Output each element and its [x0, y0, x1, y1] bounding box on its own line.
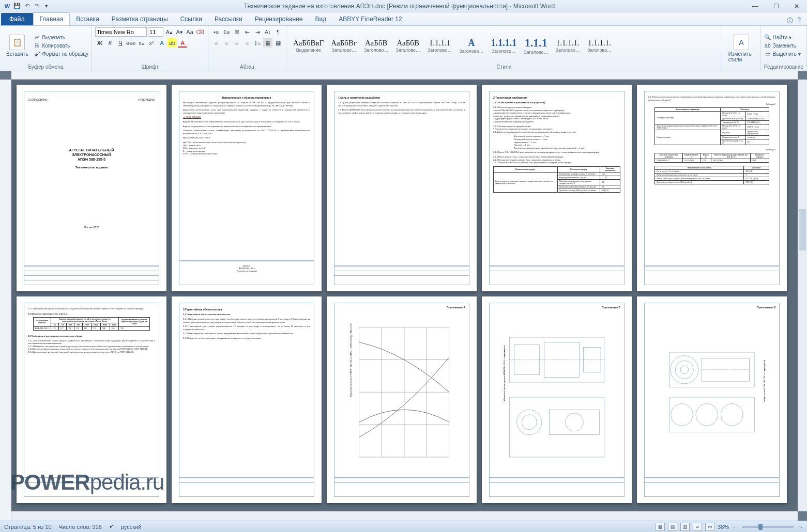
borders-icon[interactable]: ▦ [273, 38, 283, 48]
section-drawing: Разрез насоса ПЭН 580-195-5 с гидромуфто… [652, 322, 771, 472]
clear-format-icon[interactable]: ⌫ [195, 27, 205, 37]
bullets-icon[interactable]: •≡ [211, 27, 221, 37]
redo-icon[interactable]: ↷ [33, 2, 41, 10]
maximize-button[interactable]: ☐ [766, 0, 786, 12]
align-justify-icon[interactable]: ≡ [242, 38, 252, 48]
view-print-layout-icon[interactable]: ▦ [656, 523, 665, 531]
tab-insert[interactable]: Вставка [70, 13, 105, 25]
minimize-button[interactable]: — [745, 0, 766, 12]
find-button[interactable]: 🔍Найти ▾ [764, 34, 801, 41]
style-item-3[interactable]: АаБбВЗаголово… [392, 37, 423, 54]
scroll-thumb[interactable] [799, 209, 806, 251]
tab-home[interactable]: Главная [33, 12, 70, 25]
underline-icon[interactable]: Ч [116, 38, 125, 48]
tab-layout[interactable]: Разметка страницы [105, 13, 174, 25]
align-right-icon[interactable]: ≡ [232, 38, 241, 48]
highlight-icon[interactable]: ab [168, 38, 177, 48]
vertical-ruler[interactable] [0, 80, 11, 521]
font-name-select[interactable] [95, 27, 147, 37]
style-item-9[interactable]: 1.1.1.1.Заголово… [584, 37, 615, 54]
file-tab[interactable]: Файл [1, 13, 33, 25]
style-item-1[interactable]: АаБбВгЗаголово… [327, 37, 360, 54]
change-case-icon[interactable]: Aa [185, 27, 194, 37]
style-item-5[interactable]: АЗаголово… [455, 36, 487, 55]
ribbon-tabs: Файл Главная Вставка Разметка страницы С… [0, 12, 807, 26]
status-page[interactable]: Страница: 5 из 10 [4, 524, 52, 530]
zoom-slider[interactable] [742, 526, 794, 528]
strike-icon[interactable]: abc [126, 38, 135, 48]
change-styles-button[interactable]: A Изменить стили [725, 34, 757, 64]
page-1[interactable]: СОГЛАСОВАНОУТВЕРЖДАЮ АГРЕГАТ ПИТАТЕЛЬНЫЙ… [17, 85, 166, 291]
show-marks-icon[interactable]: ¶ [273, 27, 283, 37]
help-icon[interactable]: ? [797, 17, 801, 25]
undo-icon[interactable]: ↶ [23, 2, 31, 10]
align-left-icon[interactable]: ≡ [211, 38, 221, 48]
align-center-icon[interactable]: ≡ [222, 38, 231, 48]
cut-button[interactable]: ✂Вырезать [33, 34, 88, 41]
copy-button[interactable]: ⎘Копировать [33, 42, 88, 49]
style-item-2[interactable]: АаБбВЗаголово… [360, 37, 392, 54]
horizontal-scrollbar[interactable] [11, 511, 798, 521]
paste-button[interactable]: 📋 Вставить [3, 34, 31, 58]
page-2[interactable]: Наименование и область применения Настоя… [172, 85, 322, 291]
tab-view[interactable]: Вид [309, 13, 332, 25]
page-5[interactable]: 2.1.9 Показатели назначения по перекачив… [637, 85, 787, 291]
page-3[interactable]: 1 Цель и назначение разработки 1.1 Целью… [327, 85, 477, 291]
style-item-0[interactable]: АаБбВвГВыделение [290, 37, 327, 54]
zoom-level[interactable]: 38% [718, 524, 729, 530]
document-area: СОГЛАСОВАНОУТВЕРЖДАЮ АГРЕГАТ ПИТАТЕЛЬНЫЙ… [0, 71, 807, 521]
page-8[interactable]: Приложение А Характеристика агрегата АПЭ… [327, 296, 477, 503]
sort-icon[interactable]: A↓ [263, 27, 272, 37]
qat-dropdown-icon[interactable]: ▾ [42, 2, 51, 10]
save-icon[interactable]: 💾 [13, 2, 21, 10]
page-9[interactable]: Приложение Б Габаритный чертеж агрегата … [482, 296, 632, 503]
format-painter-button[interactable]: 🖌Формат по образцу [33, 50, 88, 57]
page-10[interactable]: Приложение В Разрез насоса ПЭН 580-195-5… [637, 296, 787, 503]
page-6[interactable]: 2.1.12 Направление вращения ротора насос… [17, 296, 166, 503]
status-language[interactable]: русский [121, 524, 141, 530]
vertical-scrollbar[interactable] [798, 80, 807, 511]
tab-review[interactable]: Рецензирование [249, 13, 309, 25]
tab-abbyy[interactable]: ABBYY FineReader 12 [332, 13, 408, 25]
page-4[interactable]: 2 Технические требования 2.1 Состав агре… [482, 85, 632, 291]
close-button[interactable]: ✕ [786, 0, 807, 12]
numbering-icon[interactable]: 1≡ [222, 27, 231, 37]
multilevel-icon[interactable]: ≣ [232, 27, 241, 37]
page-canvas[interactable]: СОГЛАСОВАНОУТВЕРЖДАЮ АГРЕГАТ ПИТАТЕЛЬНЫЙ… [11, 80, 798, 511]
replace-button[interactable]: abЗаменить [764, 42, 801, 49]
group-paragraph-label: Абзац [211, 64, 283, 70]
grow-font-icon[interactable]: A▴ [164, 27, 174, 37]
font-size-select[interactable] [148, 27, 163, 37]
zoom-out-button[interactable]: − [732, 524, 735, 530]
view-draft-icon[interactable]: ▭ [705, 523, 714, 531]
horizontal-ruler[interactable] [11, 71, 798, 80]
tab-mailings[interactable]: Рассылки [208, 13, 249, 25]
status-proof-icon[interactable]: ✔ [109, 523, 114, 530]
status-words[interactable]: Число слов: 916 [59, 524, 102, 530]
indent-inc-icon[interactable]: ⇥ [253, 27, 262, 37]
minimize-ribbon-icon[interactable]: ⓘ [787, 17, 793, 25]
style-item-4[interactable]: 1.1.1.1Заголово… [424, 37, 455, 54]
style-item-8[interactable]: 1.1.1.1.Заголово… [552, 37, 584, 54]
view-web-icon[interactable]: ▥ [680, 523, 690, 531]
change-styles-icon: A [734, 35, 749, 50]
view-outline-icon[interactable]: ≡ [693, 523, 702, 531]
page-7[interactable]: 3 Гарантийные обязательства 3.1 Гарантий… [172, 296, 322, 503]
select-button[interactable]: ▭Выделить ▾ [764, 50, 801, 57]
bold-icon[interactable]: Ж [95, 38, 104, 48]
subscript-icon[interactable]: x₂ [136, 38, 146, 48]
style-item-6[interactable]: 1.1.1.1Заголово… [488, 36, 521, 55]
view-read-icon[interactable]: ▤ [668, 523, 677, 531]
indent-dec-icon[interactable]: ⇤ [242, 27, 252, 37]
zoom-in-button[interactable]: + [800, 524, 803, 530]
text-effects-icon[interactable]: A [157, 38, 166, 48]
italic-icon[interactable]: К [105, 38, 115, 48]
shading-icon[interactable]: ▦ [263, 38, 272, 48]
style-item-7[interactable]: 1.1.1Заголово… [520, 35, 552, 56]
svg-point-19 [671, 356, 698, 384]
shrink-font-icon[interactable]: A▾ [175, 27, 184, 37]
line-spacing-icon[interactable]: ‡≡ [253, 38, 262, 48]
font-color-icon[interactable]: A [178, 38, 187, 48]
tab-references[interactable]: Ссылки [174, 13, 208, 25]
superscript-icon[interactable]: x² [147, 38, 156, 48]
